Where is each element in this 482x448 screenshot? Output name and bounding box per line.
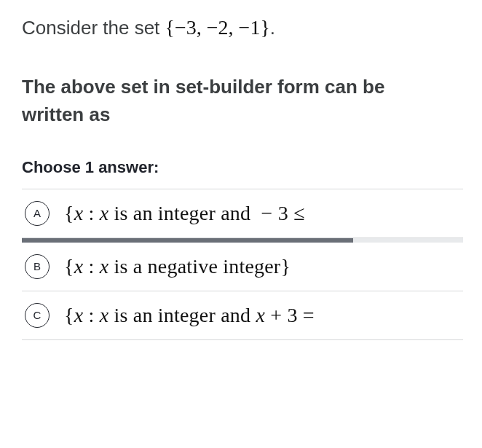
choose-label: Choose 1 answer: <box>22 158 482 177</box>
option-a[interactable]: A {x : x is an integer and − 3 ≤ <box>22 189 463 238</box>
prompt-set: {−3, −2, −1} <box>165 16 270 39</box>
options-list: A {x : x is an integer and − 3 ≤ B {x : … <box>22 189 463 340</box>
prompt-lead: Consider the set <box>22 17 165 39</box>
option-b-badge: B <box>25 254 50 279</box>
progress-fill <box>22 238 353 243</box>
progress-bar <box>22 238 463 243</box>
option-c[interactable]: C {x : x is an integer and x + 3 = <box>22 291 463 340</box>
option-a-math: {x : x is an integer and − 3 ≤ <box>64 202 305 225</box>
option-b-math: {x : x is a negative integer} <box>64 255 291 278</box>
prompt-text: Consider the set {−3, −2, −1}. <box>22 13 482 42</box>
option-c-math: {x : x is an integer and x + 3 = <box>64 304 315 327</box>
prompt-period: . <box>270 17 275 39</box>
option-b[interactable]: B {x : x is a negative integer} <box>22 243 463 291</box>
option-c-badge: C <box>25 303 50 328</box>
option-a-badge: A <box>25 201 50 226</box>
question-text: The above set in set-builder form can be… <box>22 74 430 128</box>
